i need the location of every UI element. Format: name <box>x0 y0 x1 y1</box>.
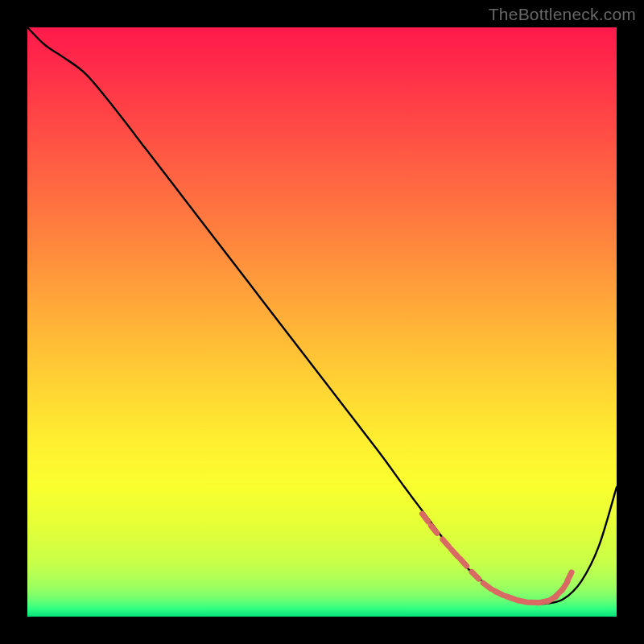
sweet-spot-markers <box>423 514 572 603</box>
chart-frame: TheBottleneck.com <box>0 0 644 644</box>
plot-area <box>27 27 617 617</box>
watermark-text: TheBottleneck.com <box>489 5 636 24</box>
sweet-spot-marker <box>518 601 527 602</box>
sweet-spot-marker <box>443 539 449 547</box>
curve-group <box>27 27 617 604</box>
sweet-spot-marker <box>423 514 428 522</box>
sweet-spot-marker <box>494 591 503 595</box>
sweet-spot-marker <box>506 597 515 600</box>
sweet-spot-marker <box>568 572 572 581</box>
sweet-spot-marker <box>472 572 479 580</box>
bottleneck-curve-svg <box>27 27 617 617</box>
sweet-spot-marker <box>431 526 437 533</box>
sweet-spot-marker <box>460 559 467 566</box>
bottleneck-curve <box>27 27 617 604</box>
sweet-spot-marker <box>483 583 491 588</box>
sweet-spot-marker <box>452 550 458 557</box>
